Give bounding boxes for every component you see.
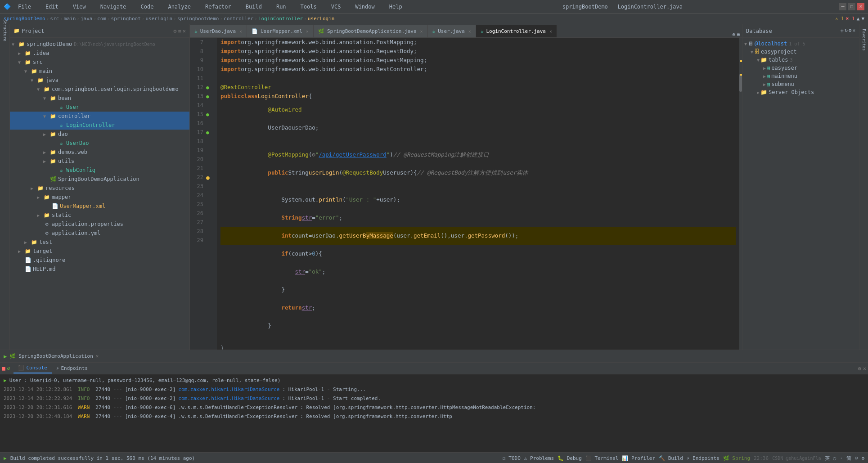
tree-appyml[interactable]: ⚙ application.yml (10, 229, 189, 238)
minimize-button[interactable]: ─ (839, 3, 846, 10)
tree-helpmd[interactable]: 📄 HELP.md (10, 265, 189, 274)
maximize-button[interactable]: □ (848, 3, 855, 10)
db-submenu[interactable]: ▶ ▤ submenu (742, 80, 859, 88)
menu-refactor[interactable]: Refactor (202, 3, 235, 11)
breadcrumb-springbootdemo[interactable]: springbootdemo (177, 16, 219, 22)
menu-window[interactable]: Window (351, 3, 378, 11)
breadcrumb-userlogin-method[interactable]: userLogin (308, 16, 335, 22)
tree-com-pkg[interactable]: ▼ 📁 com.springboot.userlogin.springbootd… (10, 85, 189, 94)
tree-main[interactable]: ▼ 📁 main (10, 67, 189, 76)
run-close-btn[interactable]: ✕ (96, 353, 99, 359)
editor-view-btn[interactable]: e (732, 31, 735, 37)
run-btn-stop[interactable]: ■ (2, 365, 5, 372)
db-close-btn[interactable]: ✕ (852, 27, 855, 34)
tab-usermapper[interactable]: 📄 UserMapper.xml ✕ (247, 25, 314, 37)
console-close-btn[interactable]: ✕ (863, 365, 866, 372)
nav-up-btn[interactable]: ▲ (857, 16, 860, 22)
breadcrumb-main[interactable]: main (64, 16, 76, 22)
tree-appprops[interactable]: ⚙ application.properties (10, 220, 189, 229)
db-add-btn[interactable]: + (840, 27, 844, 34)
tree-springbootdemo[interactable]: ▼ 📁 springBootDemo D:\NCB\ncb\java\sprin… (10, 40, 189, 49)
emoji-btn[interactable]: ☺ (855, 455, 858, 461)
trad-input[interactable]: 简 (846, 455, 851, 462)
breadcrumb-com[interactable]: com (97, 16, 106, 22)
close-tab-userdao[interactable]: ✕ (239, 29, 242, 34)
menu-run[interactable]: Run (273, 3, 290, 11)
tree-controller[interactable]: ▼ 📁 controller (10, 112, 189, 121)
breadcrumb-springboot[interactable]: springboot (111, 16, 141, 22)
tree-dao[interactable]: ▶ 📁 dao (10, 130, 189, 139)
menu-view[interactable]: View (69, 3, 90, 11)
favorites-tab[interactable]: Favorites (860, 26, 868, 53)
run-btn-restart[interactable]: ↺ (7, 365, 10, 371)
close-tab-logincontroller[interactable]: ✕ (549, 29, 552, 34)
tab-logincontroller[interactable]: ☕ LoginController.java ✕ (476, 25, 557, 37)
build-btn[interactable]: 🔨 Build (659, 455, 683, 461)
nav-down-btn[interactable]: ▼ (861, 16, 864, 22)
terminal-btn[interactable]: ⬛ Terminal (585, 455, 619, 461)
tree-java[interactable]: ▼ 📁 java (10, 76, 189, 85)
tree-target[interactable]: ▶ 📁 target (10, 247, 189, 256)
spring-btn[interactable]: 🌿 Spring (723, 455, 750, 461)
tree-idea[interactable]: ▶ 📁 .idea (10, 49, 189, 58)
code-text[interactable]: import org.springframework.web.bind.anno… (217, 38, 739, 350)
endpoints-btn[interactable]: ⚡ Endpoints (687, 455, 720, 461)
tree-static[interactable]: ▶ 📁 static (10, 211, 189, 220)
tree-utils[interactable]: ▶ 📁 utils (10, 157, 189, 166)
console-tab[interactable]: ⬛ Console (13, 363, 51, 373)
project-collapse-btn[interactable]: ≡ (178, 28, 181, 34)
tree-mapper[interactable]: ▶ 📁 mapper (10, 193, 189, 202)
debug-btn[interactable]: 🐛 Debug (558, 455, 582, 461)
profiler-btn[interactable]: 📊 Profiler (622, 455, 655, 461)
breadcrumb-controller[interactable]: controller (224, 16, 253, 22)
tree-demosweb[interactable]: ▶ 📁 demos.web (10, 148, 189, 157)
editor-scrollbar[interactable] (739, 38, 742, 350)
problems-btn[interactable]: ⚠ Problems (524, 455, 554, 461)
db-mainmenu[interactable]: ▶ ▤ mainmenu (742, 72, 859, 80)
breadcrumb-project[interactable]: springBootDemo (4, 16, 45, 22)
close-button[interactable]: ✕ (857, 3, 864, 10)
db-settings-btn[interactable]: ⚙ (849, 27, 852, 34)
menu-build[interactable]: Build (242, 3, 265, 11)
db-tables[interactable]: ▼ 📁 tables 3 (742, 56, 859, 64)
db-server-objects[interactable]: ▶ 📁 Server Objects (742, 88, 859, 96)
lang-input[interactable]: 英 (825, 455, 830, 462)
tree-usermapper[interactable]: 📄 UserMapper.xml (10, 202, 189, 211)
tree-springapp[interactable]: 🌿 SpringBootDemoApplication (10, 175, 189, 184)
settings-btn[interactable]: ⚙ (861, 455, 864, 461)
run-config-name[interactable]: SpringBootDemoApplication (18, 353, 93, 359)
menu-edit[interactable]: Edit (42, 3, 62, 11)
project-settings-btn[interactable]: ⚙ (173, 28, 176, 34)
close-tab-springapp[interactable]: ✕ (420, 29, 423, 34)
editor-split-btn[interactable]: ⊞ (737, 31, 740, 37)
menu-analyze[interactable]: Analyze (164, 3, 194, 11)
tree-logincontroller[interactable]: ☕ LoginController (10, 121, 189, 130)
console-settings-btn[interactable]: ⚙ (858, 365, 861, 372)
db-localhost[interactable]: ▼ 🖥 @localhost 1 of 5 (742, 40, 859, 48)
menu-navigate[interactable]: Navigate (97, 3, 130, 11)
tree-bean[interactable]: ▼ 📁 bean (10, 94, 189, 103)
db-refresh-btn[interactable]: ↻ (845, 27, 848, 34)
code-editor[interactable]: 7 8 9 10 11 (190, 38, 742, 350)
menu-file[interactable]: File (14, 3, 35, 11)
breadcrumb-userlogin[interactable]: userlogin (145, 16, 172, 22)
structure-btn[interactable]: Structure (1, 26, 9, 34)
tree-gitignore[interactable]: 📄 .gitignore (10, 256, 189, 265)
tree-test[interactable]: ▶ 📁 test (10, 238, 189, 247)
endpoints-tab[interactable]: ⚡ Endpoints (52, 364, 92, 373)
breadcrumb-java[interactable]: java (81, 16, 93, 22)
close-tab-usermapper[interactable]: ✕ (306, 29, 309, 34)
tree-userdao[interactable]: ☕ UserDao (10, 139, 189, 148)
db-easyuser[interactable]: ▶ ▤ easyuser (742, 64, 859, 72)
menu-help[interactable]: Help (386, 3, 406, 11)
db-easyproject[interactable]: ▼ 🗄 easyproject (742, 48, 859, 56)
menu-code[interactable]: Code (137, 3, 157, 11)
close-tab-user[interactable]: ✕ (468, 29, 471, 34)
tree-resources[interactable]: ▶ 📁 resources (10, 184, 189, 193)
tree-webconfig[interactable]: ☕ WebConfig (10, 166, 189, 175)
tree-src[interactable]: ▼ 📁 src (10, 58, 189, 67)
tab-userdao[interactable]: ☕ UserDao.java ✕ (190, 25, 247, 37)
todo-btn[interactable]: ☑ TODO (503, 455, 521, 461)
tab-springapp[interactable]: 🌿 SpringBootDemoApplication.java ✕ (314, 25, 428, 37)
tree-user[interactable]: ☕ User (10, 103, 189, 112)
